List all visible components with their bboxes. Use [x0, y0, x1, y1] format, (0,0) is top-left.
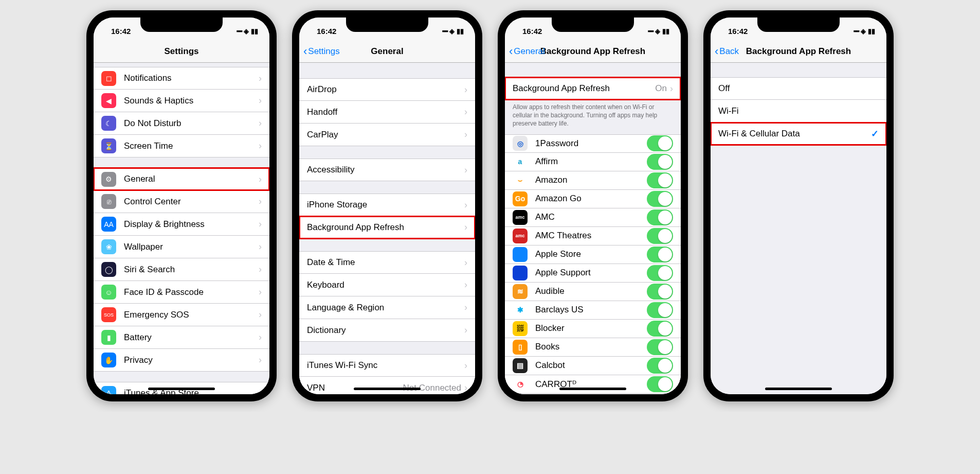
status-time: 16:42 [317, 27, 336, 36]
app-toggle-row[interactable]: aAffirm [505, 153, 681, 171]
chevron-right-icon: › [259, 241, 262, 252]
general-row[interactable]: CarPlay› [299, 124, 475, 146]
bg-refresh-options[interactable]: OffWi-FiWi-Fi & Cellular Data✓ [711, 63, 886, 394]
row-icon: ◯ [101, 262, 116, 277]
settings-row[interactable]: ✋Privacy› [94, 349, 269, 372]
status-bar: 16:42 ▪▪▪▪ ◈ ▮▮ [505, 17, 681, 40]
row-label: General [124, 174, 259, 184]
chevron-right-icon: › [259, 95, 262, 106]
app-toggle-row[interactable]: Apple Support [505, 264, 681, 283]
toggle-switch[interactable] [647, 321, 673, 337]
nav-title: General [371, 46, 403, 57]
settings-row[interactable]: AADisplay & Brightness› [94, 213, 269, 236]
row-icon: ☾ [101, 116, 116, 131]
settings-row[interactable]: ⎚Control Center› [94, 190, 269, 213]
home-indicator[interactable] [765, 388, 832, 390]
app-label: Amazon Go [535, 194, 647, 204]
app-label: Calcbot [535, 360, 647, 371]
bg-refresh-master-row[interactable]: Background App RefreshOn› [505, 77, 681, 100]
toggle-switch[interactable] [647, 302, 673, 318]
back-label: Back [719, 46, 739, 57]
general-row[interactable]: Dictionary› [299, 319, 475, 342]
wifi-icon: ◈ [655, 27, 660, 35]
toggle-switch[interactable] [647, 376, 673, 392]
settings-row[interactable]: ◻Notifications› [94, 67, 269, 90]
chevron-left-icon: ‹ [303, 46, 307, 57]
settings-row[interactable]: ❀Wallpaper› [94, 236, 269, 258]
app-toggle-row[interactable]: ◆Chase [505, 394, 681, 394]
chevron-right-icon: › [259, 73, 262, 84]
toggle-switch[interactable] [647, 247, 673, 262]
app-icon: ◎ [513, 136, 528, 151]
settings-list[interactable]: ◻Notifications›◀Sounds & Haptics›☾Do Not… [94, 63, 269, 394]
chevron-right-icon: › [259, 332, 262, 343]
settings-row[interactable]: ◀Sounds & Haptics› [94, 90, 269, 112]
app-toggle-row[interactable]: ▯Books [505, 338, 681, 357]
row-label: Privacy [124, 355, 259, 365]
app-toggle-row[interactable]: amcAMC Theatres [505, 227, 681, 245]
phone-bg-refresh: 16:42 ▪▪▪▪ ◈ ▮▮ ‹ General Background App… [498, 10, 688, 401]
toggle-switch[interactable] [647, 265, 673, 281]
settings-row[interactable]: ☺Face ID & Passcode› [94, 281, 269, 304]
general-list[interactable]: AirDrop›Handoff›CarPlay›Accessibility›iP… [299, 63, 475, 394]
option-row[interactable]: Off [711, 77, 886, 100]
general-row[interactable]: iTunes Wi-Fi Sync› [299, 354, 475, 377]
toggle-switch[interactable] [647, 339, 673, 355]
app-toggle-row[interactable]: ▤Calcbot [505, 357, 681, 375]
chevron-right-icon: › [259, 355, 262, 365]
general-row[interactable]: Background App Refresh› [299, 216, 475, 239]
home-indicator[interactable] [559, 388, 626, 390]
general-row[interactable]: Keyboard› [299, 274, 475, 296]
app-toggle-row[interactable]: ⌣Amazon [505, 171, 681, 190]
back-button[interactable]: ‹ Back [715, 46, 739, 57]
toggle-switch[interactable] [647, 209, 673, 225]
toggle-switch[interactable] [647, 228, 673, 244]
general-row[interactable]: VPNNot Connected› [299, 377, 475, 394]
general-row[interactable]: Accessibility› [299, 159, 475, 181]
settings-row[interactable]: ▮Battery› [94, 326, 269, 349]
toggle-switch[interactable] [647, 135, 673, 151]
settings-row[interactable]: ◯Siri & Search› [94, 258, 269, 281]
settings-row[interactable]: ⏳Screen Time› [94, 135, 269, 157]
app-toggle-row[interactable]: Apple Store [505, 245, 681, 264]
general-row[interactable]: Language & Region› [299, 296, 475, 319]
general-row[interactable]: Handoff› [299, 101, 475, 124]
app-toggle-row[interactable]: ≋Audible [505, 283, 681, 301]
toggle-switch[interactable] [647, 284, 673, 300]
chevron-right-icon: › [464, 129, 467, 140]
row-label: Control Center [124, 197, 259, 207]
settings-row[interactable]: ⚙General› [94, 168, 269, 190]
section-footer: Allow apps to refresh their content when… [505, 100, 681, 128]
app-toggle-row[interactable]: amcAMC [505, 208, 681, 227]
app-label: Amazon [535, 175, 647, 185]
general-row[interactable]: iPhone Storage› [299, 194, 475, 216]
home-indicator[interactable] [148, 388, 215, 390]
settings-row[interactable]: SOSEmergency SOS› [94, 304, 269, 326]
home-indicator[interactable] [354, 388, 421, 390]
chevron-right-icon: › [259, 264, 262, 275]
toggle-switch[interactable] [647, 154, 673, 170]
bg-refresh-list[interactable]: Background App RefreshOn›Allow apps to r… [505, 63, 681, 394]
app-toggle-row[interactable]: ⛆Blocker [505, 320, 681, 338]
toggle-switch[interactable] [647, 358, 673, 374]
toggle-switch[interactable] [647, 172, 673, 188]
row-label: iTunes Wi-Fi Sync [307, 360, 464, 371]
chevron-right-icon: › [464, 302, 467, 313]
app-toggle-row[interactable]: ✱Barclays US [505, 301, 681, 320]
option-row[interactable]: Wi-Fi [711, 100, 886, 122]
row-label: Siri & Search [124, 265, 259, 275]
app-toggle-row[interactable]: GoAmazon Go [505, 190, 681, 208]
back-button[interactable]: ‹ Settings [303, 46, 340, 57]
back-button[interactable]: ‹ General [509, 46, 545, 57]
toggle-switch[interactable] [647, 191, 673, 207]
general-row[interactable]: Date & Time› [299, 251, 475, 274]
general-row[interactable]: AirDrop› [299, 78, 475, 101]
status-bar: 16:42 ▪▪▪▪ ◈ ▮▮ [299, 17, 475, 40]
settings-row[interactable]: ☾Do Not Disturb› [94, 112, 269, 135]
chevron-right-icon: › [259, 219, 262, 230]
option-row[interactable]: Wi-Fi & Cellular Data✓ [711, 122, 886, 145]
status-icons: ▪▪▪▪ ◈ ▮▮ [854, 27, 875, 35]
chevron-right-icon: › [259, 118, 262, 129]
app-toggle-row[interactable]: ◔CARROTᴰ [505, 375, 681, 394]
app-toggle-row[interactable]: ◎1Password [505, 134, 681, 153]
